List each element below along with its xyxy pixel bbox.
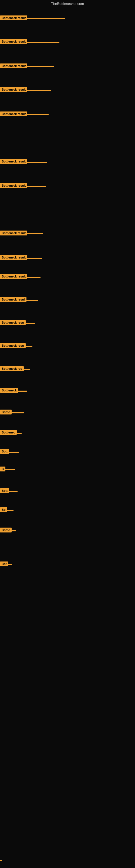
bottleneck-badge-21: Bo (0, 507, 7, 512)
bottleneck-badge-16: Bottle (0, 410, 12, 414)
bottleneck-badge-2: Bottleneck result (0, 39, 27, 44)
bottleneck-badge-7: Bottleneck result (0, 183, 27, 188)
bottleneck-badge-9: Bottleneck result (0, 255, 27, 260)
bottleneck-badge-6: Bottleneck result (0, 159, 27, 164)
bottleneck-badge-23: Bot (0, 561, 8, 566)
bottleneck-badge-12: Bottleneck resu (0, 320, 26, 325)
bottleneck-badge-1: Bottleneck result (0, 16, 27, 20)
site-title: TheBottlenecker.com (0, 2, 135, 6)
bottleneck-badge-14: Bottleneck res (0, 366, 24, 371)
small-bar-1 (0, 860, 2, 861)
bottleneck-badge-3: Bottleneck result (0, 63, 27, 68)
bottleneck-badge-18: Bott (0, 449, 9, 454)
bottleneck-badge-8: Bottleneck result (0, 230, 27, 236)
bottleneck-badge-11: Bottleneck resul (0, 297, 27, 302)
bottleneck-badge-4: Bottleneck result (0, 87, 27, 92)
bottleneck-badge-13: Bottleneck resu (0, 343, 26, 348)
bottleneck-badge-5: Bottleneck result (0, 112, 27, 116)
bottleneck-badge-15: Bottleneck (0, 388, 18, 393)
bottleneck-badge-20: Bott (0, 488, 9, 493)
bottleneck-badge-22: Bottle (0, 528, 12, 532)
bottleneck-badge-17: Bottlenec (0, 430, 17, 435)
bottleneck-badge-19: B (0, 467, 5, 471)
bottleneck-badge-10: Bottleneck result (0, 274, 27, 279)
